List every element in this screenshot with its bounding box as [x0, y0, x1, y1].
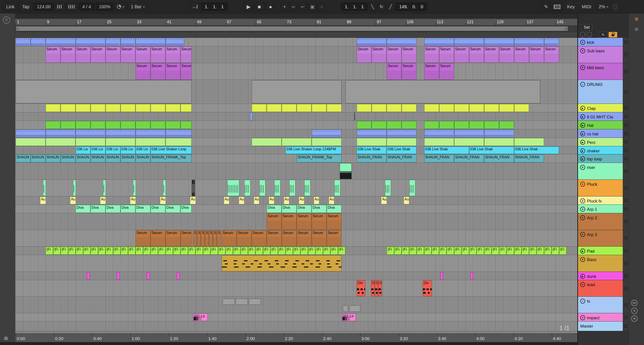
midi-map-button[interactable]: MIDI	[579, 2, 594, 11]
clip-pluck-fx[interactable]: Au	[269, 197, 274, 204]
track-lane-arp-1[interactable]: DivaDivaDivaDivaDivaDivaDivaDivaDivaDiva…	[15, 205, 577, 213]
clip-pad[interactable]: (Fi	[98, 247, 106, 254]
clip-cs-hat[interactable]	[387, 130, 416, 137]
clip-clap[interactable]	[91, 104, 106, 112]
clip-pad[interactable]: (Fi	[293, 247, 300, 254]
clip-shaker[interactable]: 036 Liv	[120, 146, 136, 154]
clip-sub-bass[interactable]: Serum	[150, 46, 165, 63]
clip-pluck[interactable]	[133, 180, 136, 196]
clip-pad[interactable]: (Fi	[196, 247, 203, 254]
clip-pad[interactable]: (Fi	[522, 247, 529, 254]
clip-sub-bass[interactable]: Serum	[46, 46, 60, 63]
clip-mid-bass[interactable]: Serum	[180, 63, 192, 80]
clip-hat[interactable]	[150, 121, 165, 129]
clip-arp-2[interactable]: Serum	[282, 214, 296, 230]
track-header-cs-hat[interactable]: ▶cs hat	[578, 129, 623, 138]
fold-right-icon[interactable]: ▶	[580, 148, 585, 153]
track-lane-top-loop[interactable]: SHAUNSHAUNSHAUNSHAUNSHAUNSHAUNSHAUNSHAUN…	[15, 154, 577, 163]
arrangement-position-display[interactable]: 1. 1. 1	[201, 2, 228, 11]
clip-fx[interactable]	[236, 299, 248, 305]
clip-pluck[interactable]	[409, 180, 416, 196]
clip-sub-bass[interactable]: Serum	[469, 46, 484, 63]
draw-mode-button[interactable]: ✎	[542, 2, 550, 11]
clip-pad[interactable]: (Fi	[387, 247, 394, 254]
clip-bass[interactable]	[222, 255, 342, 272]
overview-fold-button[interactable]: ▽	[3, 16, 10, 24]
clip-mid-bass[interactable]: Serum	[150, 63, 165, 80]
clip-pad[interactable]: (Fi	[402, 247, 409, 254]
overview-scroll-handle[interactable]	[16, 26, 568, 31]
track-header-top-loop[interactable]: ▶top loop	[578, 154, 623, 163]
fold-down-icon[interactable]: ▼	[580, 207, 585, 212]
clip-kick[interactable]	[166, 38, 184, 46]
track-lane-dunk[interactable]	[15, 272, 577, 280]
clip-dunk[interactable]	[117, 272, 120, 280]
waves-icon[interactable]: ≋	[4, 335, 8, 342]
clip-pad[interactable]: (Fi	[83, 247, 91, 254]
clip-sub-bass[interactable]: Serum	[484, 46, 499, 63]
clip-impact[interactable]: 001 Lo	[193, 314, 208, 321]
clip-arp-3[interactable]: Serum	[282, 230, 296, 246]
clip-mid-bass[interactable]: Serum	[387, 63, 402, 80]
clip-clap[interactable]	[46, 104, 60, 112]
clip-pad[interactable]: (Fi	[316, 247, 323, 254]
clip-kick[interactable]	[357, 38, 386, 46]
clip-pad[interactable]: (Fi	[91, 247, 98, 254]
clip-pad[interactable]: (Fi	[166, 247, 173, 254]
clip-pluck-fx[interactable]: Au	[70, 197, 76, 204]
clip-pad[interactable]: (Fi	[323, 247, 330, 254]
track-lane-impact[interactable]: 001 Lo001 Lo	[15, 313, 577, 322]
clip-pad[interactable]: (Fi	[439, 247, 447, 254]
capture-midi-button[interactable]: ▣	[308, 2, 317, 11]
clip-arp-1[interactable]: Diva	[312, 205, 326, 213]
arrangement-overview-strip[interactable]: ▷ ◁	[15, 26, 577, 32]
clip-top-loop[interactable]: SHAUN_FRANK_Top	[297, 154, 342, 162]
clip-sub-bass[interactable]: Serum	[120, 46, 136, 63]
clip-cs-hat[interactable]	[424, 130, 454, 137]
clip-sub-bass[interactable]: Serum	[514, 46, 529, 63]
play-button[interactable]: ▶	[244, 2, 253, 11]
clip-top-loop[interactable]: SHAUN	[120, 154, 136, 162]
clip-pad[interactable]: (Fi	[256, 247, 263, 254]
clip-hat[interactable]	[120, 121, 136, 129]
clip-arp-2[interactable]: Serum	[327, 214, 342, 230]
clip-pad[interactable]: (Fi	[128, 247, 136, 254]
clip-sub-bass[interactable]: Serum	[387, 46, 402, 63]
fold-down-icon[interactable]: ▼	[580, 215, 585, 220]
tap-tempo-button[interactable]: Tap	[19, 2, 32, 11]
clip-kick[interactable]	[120, 38, 136, 46]
clip-cs-hat[interactable]	[454, 130, 484, 137]
clip-pad[interactable]: (Fi	[233, 247, 240, 254]
fold-down-icon[interactable]: ▼	[580, 165, 585, 170]
fold-right-icon[interactable]: ▶	[580, 131, 585, 136]
track-lane-pad[interactable]: (Fi(Fi(Fi(Fi(Fi(Fi(Fi(Fi(Fi(Fi(Fi(Fi(Fi(…	[15, 246, 577, 255]
clip-kick[interactable]	[514, 38, 544, 46]
clip-pluck-fx[interactable]: Au	[190, 197, 196, 204]
clip-arp-3[interactable]: S	[217, 230, 221, 246]
clip-sub-bass[interactable]: Serum	[402, 46, 416, 63]
clip-pad[interactable]: (Fi	[270, 247, 278, 254]
clip-perc[interactable]	[312, 138, 342, 146]
clip-arp-3[interactable]: S	[193, 230, 197, 246]
clip-shaker[interactable]: 036 Liv	[91, 146, 106, 154]
clip-dunk[interactable]	[440, 272, 443, 280]
clip-mid-bass[interactable]: Serum	[136, 63, 150, 80]
set-button[interactable]: Set	[581, 24, 592, 30]
track-header-arp-3[interactable]: ▼Arp 3	[578, 230, 623, 246]
clip-pad[interactable]: (Fi	[559, 247, 566, 254]
track-header-dunk[interactable]: ▶dunk	[578, 272, 623, 280]
time-ruler[interactable]: 0:000:200:401:001:201:402:002:202:403:00…	[15, 333, 577, 342]
clip-sub-bass[interactable]: Serum	[357, 46, 372, 63]
clip-kick[interactable]	[106, 38, 120, 46]
link-button[interactable]: Link	[3, 2, 18, 11]
clip-arp-3[interactable]: S	[205, 230, 209, 246]
clip-hat[interactable]	[166, 121, 180, 129]
track-header-perc[interactable]: ▶Perc	[578, 138, 623, 146]
clip-clap[interactable]	[439, 104, 454, 112]
clip-pad[interactable]: (Fi	[300, 247, 308, 254]
track-header-sub-bass[interactable]: ▼Sub bass	[578, 46, 623, 63]
clip-pad[interactable]: (Fi	[286, 247, 293, 254]
clip-dunk[interactable]	[147, 272, 150, 280]
fold-down-icon[interactable]: ▼	[580, 257, 585, 262]
clip-pluck-fx[interactable]: Au	[160, 197, 166, 204]
